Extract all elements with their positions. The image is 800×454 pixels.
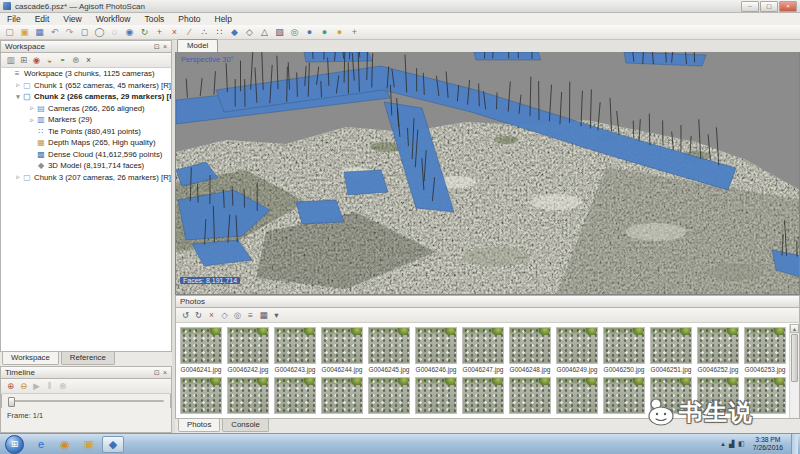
play-icon[interactable]: ▶ [30, 380, 43, 392]
delete-selection-icon[interactable]: × [167, 26, 182, 39]
close-panel-icon[interactable]: × [163, 369, 167, 377]
photo-thumbnail[interactable] [180, 377, 222, 414]
timeline-slider[interactable] [8, 400, 164, 402]
tab-photos[interactable]: Photos [178, 419, 220, 432]
settings-icon[interactable]: ⊛ [69, 54, 82, 66]
hidden-icons-icon[interactable]: ▴ [721, 440, 725, 448]
photo-thumbnail[interactable]: G0046244.jpg [321, 327, 363, 373]
float-panel-icon[interactable]: ⊡ [154, 369, 160, 377]
photo-thumbnail[interactable] [509, 377, 551, 414]
rotate-left-icon[interactable]: ↺ [179, 309, 192, 321]
remove-frame-icon[interactable]: ⊖ [17, 380, 30, 392]
redo-icon[interactable]: ↷ [62, 26, 77, 39]
tree-expander-icon[interactable]: ▹ [14, 81, 22, 89]
photo-thumbnail[interactable] [650, 377, 692, 414]
zoom-icon[interactable]: ◎ [231, 309, 244, 321]
tree-row[interactable]: ▹ ▢ Chunk 1 (652 cameras, 45 markers) [R… [1, 80, 171, 92]
photo-thumbnail[interactable] [603, 377, 645, 414]
tree-row[interactable]: ▦ Depth Maps (265, High quality) [1, 137, 171, 149]
details-view-icon[interactable]: ≡ [244, 309, 257, 321]
photo-thumbnail[interactable]: G0046253.jpg [744, 327, 786, 373]
tree-expander-icon[interactable]: ▾ [14, 93, 22, 101]
menu-item[interactable]: Photo [171, 13, 207, 25]
classify-points-icon[interactable]: ● [302, 26, 317, 39]
add-photos-icon[interactable]: ⊞ [17, 54, 30, 66]
tree-row[interactable]: ▹ ▥ Markers (29) [1, 114, 171, 126]
rotate-right-icon[interactable]: ↻ [192, 309, 205, 321]
photo-thumbnail[interactable]: G0046241.jpg [180, 327, 222, 373]
photoscan-task-button[interactable]: ◆ [102, 436, 124, 453]
import-icon[interactable]: ◒ [43, 54, 56, 66]
add-chunk-icon[interactable]: ▥ [4, 54, 17, 66]
dem-icon[interactable]: ● [317, 26, 332, 39]
show-cameras-icon[interactable]: ◎ [287, 26, 302, 39]
tray-clock[interactable]: 3:38 PM 7/26/2016 [749, 436, 787, 453]
tree-expander-icon[interactable]: ▹ [14, 173, 22, 181]
photo-thumbnail[interactable]: G0046242.jpg [227, 327, 269, 373]
photo-thumbnail[interactable]: G0046246.jpg [415, 327, 457, 373]
save-icon[interactable]: ▦ [32, 26, 47, 39]
tree-row[interactable]: ▹ ▢ Chunk 3 (207 cameras, 26 markers) [R… [1, 172, 171, 184]
navigation-icon[interactable]: ◉ [122, 26, 137, 39]
timeline-slider-handle[interactable] [8, 397, 15, 407]
photo-thumbnail[interactable] [368, 377, 410, 414]
wireframe-icon[interactable]: △ [257, 26, 272, 39]
photo-thumbnail[interactable] [415, 377, 457, 414]
scroll-up-icon[interactable]: ▲ [790, 324, 799, 333]
undo-icon[interactable]: ↶ [47, 26, 62, 39]
photo-thumbnail[interactable]: G0046243.jpg [274, 327, 316, 373]
tab-workspace[interactable]: Workspace [2, 352, 59, 365]
tree-expander-icon[interactable]: ▹ [28, 104, 36, 112]
pause-icon[interactable]: ‖ [43, 380, 56, 392]
menu-item[interactable]: Workflow [89, 13, 138, 25]
menu-item[interactable]: Tools [137, 13, 171, 25]
photo-thumbnail[interactable] [274, 377, 316, 414]
tree-row[interactable]: ≡ Workspace (3 chunks, 1125 cameras) [1, 68, 171, 80]
photo-thumbnail[interactable]: G0046247.jpg [462, 327, 504, 373]
freeform-selection-icon[interactable]: ◌ [107, 26, 122, 39]
explorer-icon[interactable]: ▣ [78, 436, 100, 453]
tree-row[interactable]: ▾ ▢ Chunk 2 (266 cameras, 29 markers) [R… [1, 91, 171, 103]
rectangle-selection-icon[interactable]: ◻ [77, 26, 92, 39]
float-panel-icon[interactable]: ⊡ [154, 43, 160, 51]
move-object-icon[interactable]: + [152, 26, 167, 39]
icons-view-icon[interactable]: ▦ [257, 309, 270, 321]
menu-item[interactable]: Edit [28, 13, 57, 25]
photos-scrollbar[interactable]: ▲ [789, 324, 799, 418]
show-desktop-button[interactable] [791, 434, 798, 454]
add-frame-icon[interactable]: ⊕ [4, 380, 17, 392]
photo-thumbnail[interactable] [556, 377, 598, 414]
photo-thumbnail[interactable] [227, 377, 269, 414]
tree-row[interactable]: ▹ ▤ Cameras (266, 266 aligned) [1, 103, 171, 115]
photo-thumbnail[interactable] [321, 377, 363, 414]
tree-row[interactable]: ◆ 3D Model (8,191,714 faces) [1, 160, 171, 172]
remove-icon[interactable]: × [82, 54, 95, 66]
model-viewport[interactable]: Perspective 30° Faces: 8,191,714 [175, 52, 800, 295]
tree-row[interactable]: ▩ Dense Cloud (41,612,596 points) [1, 149, 171, 161]
tree-expander-icon[interactable]: ▹ [28, 116, 36, 124]
photo-thumbnail[interactable]: G0046248.jpg [509, 327, 551, 373]
photo-thumbnail[interactable] [697, 377, 739, 414]
photo-thumbnail[interactable]: G0046252.jpg [697, 327, 739, 373]
tab-console[interactable]: Console [222, 419, 269, 432]
view-mode-dropdown-icon[interactable]: ▾ [270, 309, 283, 321]
photo-thumbnail[interactable]: G0046249.jpg [556, 327, 598, 373]
tree-row[interactable]: ∷ Tie Points (880,491 points) [1, 126, 171, 138]
media-player-icon[interactable]: ◉ [54, 436, 76, 453]
mesh-solid-icon[interactable]: ◇ [242, 26, 257, 39]
close-panel-icon[interactable]: × [163, 43, 167, 51]
mesh-shaded-icon[interactable]: ◆ [227, 26, 242, 39]
dense-cloud-icon[interactable]: ∷ [212, 26, 227, 39]
volume-icon[interactable]: ◧ [738, 440, 745, 448]
menu-item[interactable]: Help [208, 13, 239, 25]
scrollbar-thumb[interactable] [791, 334, 798, 382]
timeline-settings-icon[interactable]: ⊛ [56, 380, 69, 392]
rotate-object-icon[interactable]: ↻ [137, 26, 152, 39]
tab-model[interactable]: Model [177, 39, 218, 52]
menu-item[interactable]: File [0, 13, 28, 25]
photo-thumbnail[interactable] [462, 377, 504, 414]
point-cloud-icon[interactable]: ∴ [197, 26, 212, 39]
add-marker-icon[interactable]: ◉ [30, 54, 43, 66]
close-button[interactable]: × [779, 1, 797, 12]
open-icon[interactable]: ▣ [17, 26, 32, 39]
